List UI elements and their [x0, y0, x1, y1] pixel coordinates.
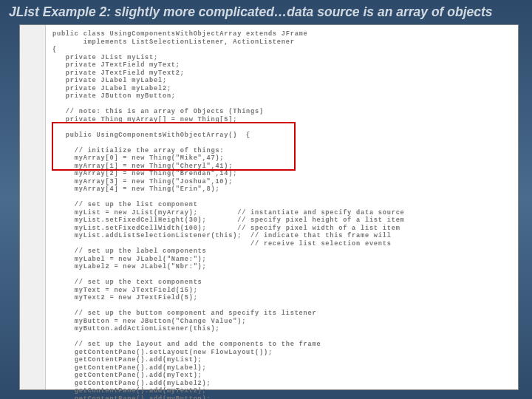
- slide-title: JList Example 2: slightly more complicat…: [0, 0, 532, 23]
- code-block: public class UsingComponentsWithObjectAr…: [19, 24, 519, 390]
- code-line: {: [52, 46, 57, 53]
- code-line: implements ListSelectionListener, Action…: [52, 38, 295, 46]
- code-line: getContentPane().add(myText2);: [52, 387, 207, 395]
- highlight-box: [52, 122, 296, 171]
- code-line: myText2 = new JTextField(5);: [52, 294, 198, 301]
- slide: JList Example 2: slightly more complicat…: [0, 0, 532, 399]
- code-line: private JList myList;: [52, 54, 158, 61]
- code-line: myButton.addActionListener(this);: [52, 325, 219, 332]
- code-line: private JButton myButton;: [52, 92, 176, 100]
- code-line: getContentPane().add(myLabel2);: [52, 380, 211, 387]
- code-line: getContentPane().add(myText);: [52, 372, 202, 379]
- source-code: public class UsingComponentsWithObjectAr…: [20, 28, 518, 399]
- code-line: // set up the button component and speci…: [52, 310, 316, 317]
- code-line: myArray[3] = new Thing("Joshua",10);: [52, 178, 233, 185]
- code-line: getContentPane().add(myButton);: [52, 395, 211, 400]
- code-line: private JTextField myText2;: [52, 69, 185, 77]
- code-line: getContentPane().add(myLabel);: [52, 364, 207, 372]
- code-line: getContentPane().setLayout(new FlowLayou…: [52, 349, 273, 356]
- code-line: myLabel2 = new JLabel("Nbr:");: [52, 263, 207, 270]
- code-line: myList = new JList(myArray); // instanti…: [52, 209, 405, 216]
- code-line: // note: this is an array of Objects (Th…: [52, 108, 264, 115]
- code-line: myText = new JTextField(15);: [52, 287, 198, 294]
- code-line: // set up the layout and add the compone…: [52, 341, 321, 348]
- code-line: private JTextField myText;: [52, 61, 180, 69]
- code-line: myList.addListSelectionListener(this); /…: [52, 232, 392, 239]
- code-line: getContentPane().add(myList);: [52, 356, 202, 364]
- code-line: private JLabel myLabel2;: [52, 85, 171, 92]
- code-line: myArray[4] = new Thing("Erin",8);: [52, 185, 219, 193]
- code-line: myList.setFixedCellHeight(30); // specif…: [52, 216, 405, 224]
- code-line: // set up the list component: [52, 201, 198, 208]
- code-line: myArray[2] = new Thing("Brendan",14);: [52, 170, 237, 177]
- code-line: // receive list selection events: [52, 240, 392, 248]
- code-line: myLabel = new JLabel("Name:");: [52, 256, 207, 263]
- code-line: // set up the text components: [52, 279, 202, 286]
- code-line: myList.setFixedCellWidth(100); // specif…: [52, 225, 400, 232]
- code-line: public class UsingComponentsWithObjectAr…: [52, 30, 308, 38]
- code-line: // set up the label components: [52, 248, 207, 255]
- code-line: private JLabel myLabel;: [52, 77, 167, 84]
- code-line: myButton = new JButton("Change Value");: [52, 318, 246, 325]
